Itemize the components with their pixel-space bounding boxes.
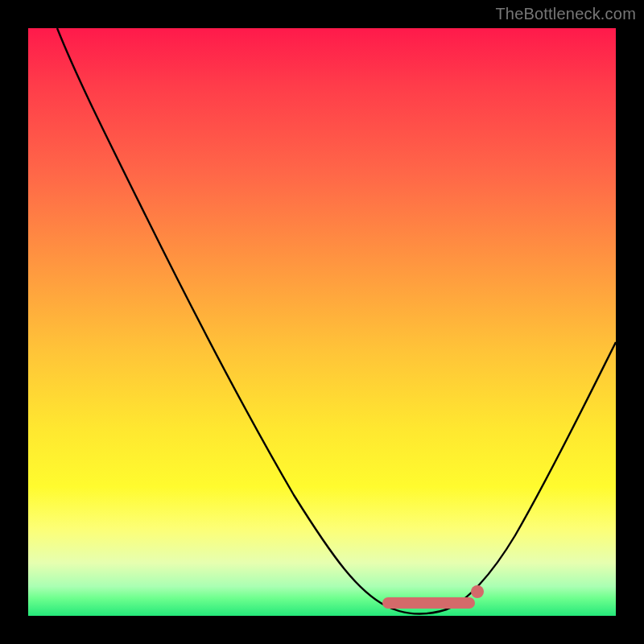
optimal-point-marker: [471, 585, 484, 598]
plot-area: [28, 28, 616, 616]
watermark-text: TheBottleneck.com: [495, 5, 636, 23]
chart-frame: TheBottleneck.com: [0, 0, 644, 644]
bottleneck-curve-svg: [28, 28, 616, 616]
bottleneck-curve: [57, 28, 616, 614]
optimal-range-marker: [382, 597, 475, 609]
